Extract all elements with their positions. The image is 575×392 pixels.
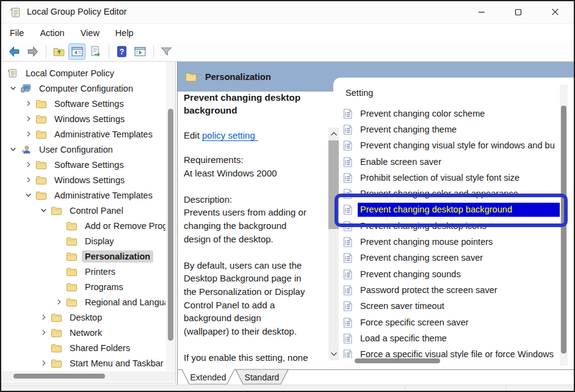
forward-button[interactable] [24, 43, 41, 60]
setting-item-force-specific-screen-saver[interactable]: Force specific screen saver [333, 314, 566, 330]
setting-item-prevent-changing-color-scheme[interactable]: Prevent changing color scheme [333, 106, 566, 122]
menu-action[interactable]: Action [40, 28, 64, 38]
expander-closed-icon[interactable] [37, 326, 50, 339]
tree-item-add-or-remove-prog[interactable]: Add or Remove Prog [1, 218, 165, 233]
tree-vertical-scrollbar-thumb[interactable] [168, 109, 173, 341]
tree-item-user-configuration[interactable]: User Configuration [1, 142, 165, 157]
setting-item-prevent-changing-desktop-background[interactable]: Prevent changing desktop background [333, 202, 566, 218]
policy-doc-icon [343, 333, 352, 344]
expander-closed-icon[interactable] [21, 112, 35, 126]
settings-list: Prevent changing color schemePrevent cha… [333, 106, 566, 358]
expander-closed-icon[interactable] [52, 296, 65, 309]
computer-icon [20, 82, 32, 95]
setting-item-prevent-changing-desktop-icons[interactable]: Prevent changing desktop icons [333, 218, 566, 234]
setting-item-force-a-specific-visual-style-file-or-force-windows[interactable]: Force a specific visual style file or fo… [333, 346, 566, 358]
scroll-up-arrow-icon[interactable] [328, 129, 339, 139]
tree-item-desktop[interactable]: Desktop [1, 310, 165, 325]
tree-item-display[interactable]: Display [1, 233, 165, 249]
tab-standard[interactable]: Standard [235, 369, 289, 385]
tree-horizontal-scrollbar[interactable] [1, 371, 175, 382]
scroll-icon [6, 67, 19, 79]
tree-item-start-menu-and-taskbar[interactable]: Start Menu and Taskbar [1, 355, 165, 371]
expander-closed-icon[interactable] [21, 97, 35, 111]
policy-doc-icon [343, 205, 352, 215]
tree-item-programs[interactable]: Programs [1, 279, 165, 294]
scroll-down-arrow-icon[interactable] [328, 349, 339, 359]
show-action-pane-button[interactable] [131, 43, 148, 60]
settings-horizontal-scrollbar-thumb[interactable] [355, 358, 440, 363]
tree-item-personalization[interactable]: Personalization [1, 249, 165, 264]
settings-vertical-scrollbar-thumb[interactable] [561, 106, 566, 354]
close-button[interactable] [541, 1, 569, 23]
setting-item-prevent-changing-screen-saver[interactable]: Prevent changing screen saver [333, 250, 566, 266]
menu-file[interactable]: File [10, 28, 24, 38]
tree-vertical-scrollbar[interactable] [166, 62, 175, 371]
up-one-level-button[interactable] [50, 43, 67, 60]
expander-open-icon[interactable] [21, 189, 35, 202]
tree-item-computer-configuration[interactable]: Computer Configuration [1, 81, 165, 96]
policy-doc-icon [343, 349, 352, 358]
tree-item-administrative-templates[interactable]: Administrative Templates [1, 126, 165, 142]
title-bar: Local Group Policy Editor [1, 1, 574, 23]
filter-button[interactable] [157, 43, 175, 60]
tree-horizontal-scrollbar-thumb[interactable] [13, 374, 105, 379]
export-list-button[interactable] [87, 43, 104, 60]
tree-item-network[interactable]: Network [1, 325, 165, 340]
expander-open-icon[interactable] [6, 82, 20, 95]
tree-item-printers[interactable]: Printers [1, 264, 165, 279]
folder-icon [65, 296, 78, 308]
tree-item-windows-settings[interactable]: Windows Settings [1, 172, 165, 187]
setting-item-enable-screen-saver[interactable]: Enable screen saver [333, 154, 566, 170]
minimize-button[interactable] [468, 1, 496, 23]
svg-text:Extended: Extended [190, 372, 226, 382]
setting-item-screen-saver-timeout[interactable]: Screen saver timeout [333, 299, 566, 314]
show-console-tree-icon [71, 45, 84, 58]
setting-item-prevent-changing-theme[interactable]: Prevent changing theme [333, 122, 566, 137]
tree-item-windows-settings[interactable]: Windows Settings [1, 111, 165, 126]
tree-item-administrative-templates[interactable]: Administrative Templates [1, 187, 165, 203]
expander-closed-icon[interactable] [37, 357, 50, 370]
tree-item-shared-folders[interactable]: Shared Folders [1, 340, 165, 355]
expander-open-icon[interactable] [6, 143, 20, 156]
status-bar-separator [505, 387, 506, 391]
expander-closed-icon[interactable] [21, 173, 35, 187]
description-scrollbar-thumb[interactable] [328, 140, 339, 229]
description-scrollbar[interactable] [328, 128, 339, 360]
tree-item-local-computer-policy[interactable]: Local Computer Policy [1, 65, 165, 81]
maximize-button[interactable] [504, 1, 532, 23]
svg-text:Standard: Standard [245, 372, 280, 382]
expander-closed-icon[interactable] [21, 128, 35, 141]
setting-item-password-protect-the-screen-saver[interactable]: Password protect the screen saver [333, 282, 566, 298]
expander-closed-icon[interactable] [21, 158, 35, 172]
setting-item-label: Prevent changing desktop icons [358, 219, 489, 233]
policy-doc-icon [343, 189, 352, 199]
folder-icon [65, 235, 78, 247]
policy-description-text: Requirements: At least Windows 2000 Desc… [184, 153, 327, 365]
setting-item-prevent-changing-sounds[interactable]: Prevent changing sounds [333, 266, 566, 282]
setting-item-prevent-changing-mouse-pointers[interactable]: Prevent changing mouse pointers [333, 234, 566, 250]
tree-item-software-settings[interactable]: Software Settings [1, 157, 165, 172]
menu-help[interactable]: Help [115, 28, 134, 38]
tree-item-software-settings[interactable]: Software Settings [1, 96, 165, 111]
menu-view[interactable]: View [81, 28, 99, 38]
setting-item-prohibit-selection-of-visual-style-font-size[interactable]: Prohibit selection of visual style font … [333, 170, 566, 186]
expander-open-icon[interactable] [37, 204, 50, 217]
help-button[interactable]: ? [113, 43, 130, 60]
setting-item-prevent-changing-color-and-appearance[interactable]: Prevent changing color and appearance [333, 186, 566, 201]
expander-closed-icon[interactable] [37, 311, 50, 324]
setting-item-prevent-changing-visual-style-for-windows-and-bu[interactable]: Prevent changing visual style for window… [333, 138, 566, 154]
back-button[interactable] [5, 43, 23, 60]
expander-placeholder [37, 341, 50, 355]
setting-item-label: Prevent changing sounds [358, 267, 463, 281]
settings-vertical-scrollbar[interactable] [560, 85, 568, 366]
setting-item-load-a-specific-theme[interactable]: Load a specific theme [333, 330, 566, 346]
folder-icon [35, 174, 48, 186]
policy-setting-link[interactable]: policy setting [202, 130, 258, 141]
toolbar-separator [153, 45, 154, 58]
show-console-tree-button[interactable] [68, 43, 85, 60]
tab-extended[interactable]: Extended [181, 369, 235, 385]
tree-item-regional-and-langua[interactable]: Regional and Langua [1, 294, 165, 310]
setting-column-header[interactable]: Setting [345, 88, 373, 98]
tree-item-control-panel[interactable]: Control Panel [1, 203, 165, 218]
console-tree: Local Computer PolicyComputer Configurat… [1, 65, 165, 371]
